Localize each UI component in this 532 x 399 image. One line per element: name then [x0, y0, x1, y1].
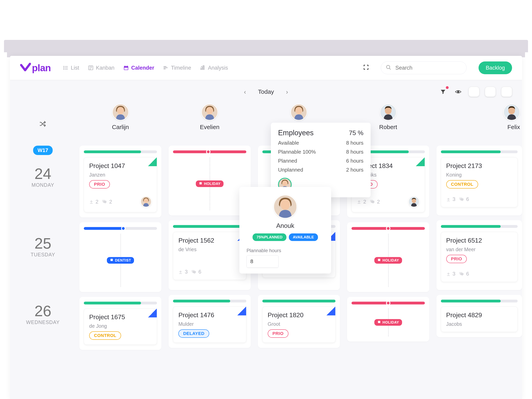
- card-client: de Vries: [178, 247, 241, 252]
- card-client: Groot: [268, 321, 330, 327]
- svg-rect-24: [202, 67, 203, 70]
- plugin-icon[interactable]: [469, 87, 479, 97]
- day-cell[interactable]: Project 1047 Janzen PRIO 2 2: [79, 146, 161, 217]
- card-client: Mulder: [178, 321, 241, 327]
- column-title: Felix: [507, 124, 520, 130]
- search-icon: [386, 65, 395, 71]
- shuffle-icon[interactable]: [39, 120, 47, 129]
- svg-rect-17: [124, 68, 128, 70]
- project-card[interactable]: Project 2173 Koning CONTROL 3 6: [441, 157, 518, 207]
- archive-icon[interactable]: [501, 87, 512, 97]
- card-client: Koning: [446, 172, 512, 178]
- tab-calender-label: Calender: [131, 65, 154, 71]
- avatar[interactable]: [201, 104, 218, 120]
- search-input[interactable]: [395, 65, 462, 71]
- tab-analysis-label: Analysis: [208, 65, 228, 71]
- tab-kanban[interactable]: Kanban: [88, 65, 114, 71]
- column-felix: Felix Project 2173 Koning CONTROL 3 6: [433, 104, 522, 399]
- tab-timeline-label: Timeline: [171, 65, 191, 71]
- assignee-avatar[interactable]: [140, 196, 152, 207]
- day-label-monday: 24 MONDAY: [18, 166, 68, 188]
- fullscreen-icon[interactable]: [363, 64, 369, 71]
- comment-stat: 2: [102, 199, 112, 205]
- day-cell[interactable]: Project 1675 de Jong CONTROL: [79, 297, 161, 350]
- svg-rect-21: [164, 67, 168, 68]
- tab-kanban-label: Kanban: [96, 65, 114, 71]
- prev-button[interactable]: ‹: [244, 88, 246, 95]
- card-client: Janzen: [89, 172, 152, 178]
- svg-rect-18: [125, 66, 125, 67]
- today-label[interactable]: Today: [258, 88, 274, 95]
- column-title: Robert: [379, 124, 397, 130]
- comment-stat: 6: [459, 196, 469, 202]
- day-cell[interactable]: Project 6512 van der Meer PRIO 3 6: [437, 220, 522, 290]
- svg-rect-23: [201, 68, 202, 70]
- svg-rect-12: [65, 69, 68, 70]
- pill-available: AVAILABLE: [289, 234, 318, 241]
- assignee-avatar[interactable]: [408, 196, 419, 207]
- search-box[interactable]: [381, 61, 467, 74]
- tab-analysis[interactable]: Analysis: [200, 65, 228, 71]
- project-card[interactable]: Project 1047 Janzen PRIO 2 2: [84, 157, 157, 212]
- svg-rect-9: [63, 67, 64, 68]
- date-navigator: ‹ Today ›: [244, 88, 288, 95]
- card-title: Project 1047: [89, 162, 152, 170]
- project-card[interactable]: Project 6512 van der Meer PRIO 3 6: [441, 232, 518, 282]
- filter-icon[interactable]: [438, 87, 448, 96]
- avatar[interactable]: [291, 104, 307, 120]
- backlog-button[interactable]: Backlog: [479, 61, 512, 74]
- chip-dentist: DENTIST: [107, 257, 134, 264]
- svg-point-26: [386, 65, 390, 69]
- day-cell[interactable]: HOLIDAY: [347, 222, 429, 292]
- comment-stat: 6: [191, 269, 201, 275]
- svg-rect-22: [164, 69, 165, 69]
- tab-calender[interactable]: Calender: [123, 65, 154, 71]
- upload-stat: 3: [446, 196, 456, 202]
- project-card[interactable]: Project 1476 Mulder DELAYED: [173, 306, 246, 343]
- avatar[interactable]: [112, 104, 129, 120]
- project-card[interactable]: Project 1562 de Vries 3 6: [173, 232, 246, 280]
- project-card[interactable]: Project 4829 Jacobs: [441, 306, 518, 332]
- kanban-icon: [88, 65, 94, 71]
- day-cell[interactable]: Project 4829 Jacobs: [437, 295, 522, 337]
- svg-point-28: [457, 91, 459, 93]
- employees-popover[interactable]: Employees 75 % Available8 hours Plannabl…: [271, 123, 371, 197]
- day-cell[interactable]: HOLIDAY: [347, 297, 429, 342]
- svg-rect-8: [65, 66, 68, 67]
- card-title: Project 4829: [446, 311, 512, 319]
- tab-timeline[interactable]: Timeline: [163, 65, 191, 71]
- project-card[interactable]: Project 1675 de Jong CONTROL: [84, 308, 157, 345]
- upload-stat: 3: [178, 269, 188, 275]
- logo: plan: [20, 62, 51, 73]
- svg-rect-11: [63, 69, 64, 70]
- people-icon[interactable]: [485, 87, 496, 97]
- svg-rect-7: [63, 66, 64, 67]
- logo-text: plan: [32, 63, 51, 73]
- column-title: Evelien: [200, 124, 219, 130]
- avatar[interactable]: [380, 104, 397, 120]
- user-name: Anouk: [276, 222, 294, 229]
- day-cell[interactable]: HOLIDAY: [169, 146, 251, 215]
- card-client: Jacobs: [446, 321, 512, 327]
- day-cell[interactable]: Project 1820 Groot PRIO: [258, 295, 340, 348]
- tab-list[interactable]: List: [63, 65, 79, 71]
- tag-prio: PRIO: [268, 329, 288, 338]
- day-cell[interactable]: Project 1476 Mulder DELAYED: [169, 295, 251, 348]
- day-cell[interactable]: DENTIST: [79, 222, 161, 292]
- day-cell[interactable]: Project 2173 Koning CONTROL 3 6: [437, 146, 522, 215]
- card-title: Project 1476: [178, 311, 241, 319]
- app-header: plan List Kanban Calender Timeline: [10, 56, 522, 80]
- visibility-icon[interactable]: [453, 87, 463, 96]
- popover-percent: 75 %: [349, 129, 363, 137]
- column-title: Carlijn: [112, 124, 129, 130]
- backlog-label: Backlog: [486, 65, 505, 71]
- project-card[interactable]: Project 1820 Groot PRIO: [262, 306, 336, 343]
- user-popover[interactable]: Anouk 75%PLANNED AVAILABLE Plannable hou…: [239, 187, 331, 273]
- card-title: Project 1820: [268, 311, 330, 319]
- side-rail: W17 24 MONDAY 25 TUESDAY 26 WEDNESDAY: [10, 104, 76, 399]
- avatar[interactable]: [503, 104, 520, 120]
- day-cell[interactable]: Project 1562 de Vries 3 6: [169, 220, 251, 290]
- card-client: van der Meer: [446, 247, 512, 252]
- plannable-hours-input[interactable]: 8: [247, 255, 279, 267]
- next-button[interactable]: ›: [286, 88, 288, 95]
